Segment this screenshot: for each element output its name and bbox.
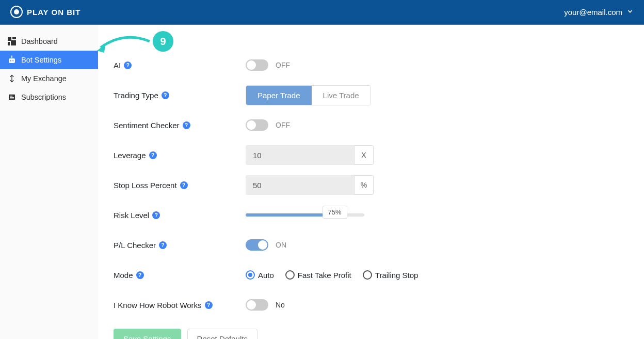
sidebar-item-bot-settings[interactable]: Bot Settings <box>0 51 98 69</box>
svg-rect-0 <box>8 37 11 41</box>
stop-loss-unit: % <box>354 175 374 195</box>
help-icon[interactable]: ? <box>162 91 169 99</box>
sidebar-item-dashboard[interactable]: Dashboard <box>0 32 98 51</box>
help-icon[interactable]: ? <box>136 271 144 279</box>
pl-checker-toggle[interactable] <box>246 239 268 251</box>
help-icon[interactable]: ? <box>183 121 190 129</box>
trading-type-label: Trading Type ? <box>114 91 246 100</box>
mode-fast-take-profit[interactable]: Fast Take Profit <box>285 270 351 280</box>
stop-loss-input[interactable] <box>246 175 354 195</box>
leverage-input[interactable] <box>246 145 354 165</box>
help-icon[interactable]: ? <box>124 61 132 69</box>
svg-rect-4 <box>9 58 15 63</box>
risk-percent: 75% <box>323 206 347 219</box>
sidebar-item-label: Bot Settings <box>21 56 61 64</box>
ack-label: I Know How Robot Works ? <box>114 301 246 310</box>
ai-label: AI ? <box>114 61 246 70</box>
step-annotation: 9 <box>93 26 173 57</box>
sidebar-item-label: My Exchange <box>21 74 67 83</box>
sidebar: Dashboard Bot Settings My Exchange Subsc… <box>0 25 98 339</box>
leverage-label: Leverage ? <box>114 151 246 160</box>
step-badge: 9 <box>153 31 173 52</box>
ai-toggle[interactable] <box>246 59 268 71</box>
sidebar-item-label: Dashboard <box>21 37 58 45</box>
help-icon[interactable]: ? <box>180 181 188 189</box>
main-content: 9 AI ? OFF Trading Type ? Paper Trade Li… <box>98 25 644 339</box>
trading-type-segmented: Paper Trade Live Trade <box>246 85 371 105</box>
sidebar-item-subscriptions[interactable]: Subscriptions <box>0 88 98 106</box>
subscriptions-icon <box>7 93 17 102</box>
svg-rect-12 <box>10 99 14 99</box>
ack-toggle[interactable] <box>246 299 268 311</box>
sentiment-label: Sentiment Checker ? <box>114 121 246 130</box>
paper-trade-option[interactable]: Paper Trade <box>246 86 312 105</box>
svg-point-6 <box>12 60 13 61</box>
sentiment-state: OFF <box>276 121 290 129</box>
save-settings-button[interactable]: Save Settings <box>114 329 181 339</box>
robot-logo-icon <box>10 6 23 18</box>
robot-icon <box>7 55 17 65</box>
pl-checker-state: ON <box>276 241 286 249</box>
reset-defaults-button[interactable]: Reset Defaults <box>187 329 257 339</box>
mode-auto[interactable]: Auto <box>246 270 274 280</box>
help-icon[interactable]: ? <box>152 211 160 219</box>
user-email: your@email.com <box>564 8 622 17</box>
svg-point-8 <box>11 55 12 56</box>
brand-text: PLAY ON BIT <box>27 8 81 17</box>
sentiment-toggle[interactable] <box>246 119 268 131</box>
leverage-unit: X <box>354 145 374 165</box>
svg-rect-10 <box>10 96 12 96</box>
ack-state: No <box>276 301 285 309</box>
risk-level-label: Risk Level ? <box>114 211 246 220</box>
brand-logo: PLAY ON BIT <box>10 6 81 18</box>
ai-state: OFF <box>276 61 290 69</box>
risk-slider[interactable]: 75% <box>246 209 364 221</box>
mode-label: Mode ? <box>114 271 246 280</box>
mode-trailing-stop[interactable]: Trailing Stop <box>363 270 418 280</box>
stop-loss-label: Stop Loss Percent ? <box>114 181 246 190</box>
svg-rect-3 <box>11 40 16 45</box>
dashboard-icon <box>7 37 17 46</box>
help-icon[interactable]: ? <box>205 301 213 309</box>
svg-rect-1 <box>12 37 16 39</box>
user-menu[interactable]: your@email.com <box>564 8 634 17</box>
help-icon[interactable]: ? <box>149 151 157 159</box>
sidebar-item-label: Subscriptions <box>21 93 66 101</box>
pl-checker-label: P/L Checker ? <box>114 241 246 250</box>
chevron-down-icon <box>626 8 634 17</box>
top-header: PLAY ON BIT your@email.com <box>0 0 644 25</box>
svg-rect-2 <box>8 42 10 45</box>
sidebar-item-my-exchange[interactable]: My Exchange <box>0 69 98 88</box>
svg-rect-11 <box>10 97 14 98</box>
exchange-icon <box>7 74 17 83</box>
live-trade-option[interactable]: Live Trade <box>312 86 371 105</box>
help-icon[interactable]: ? <box>159 241 167 249</box>
mode-radio-group: Auto Fast Take Profit Trailing Stop <box>246 270 418 280</box>
svg-point-5 <box>10 60 11 61</box>
arrow-icon <box>93 26 155 57</box>
